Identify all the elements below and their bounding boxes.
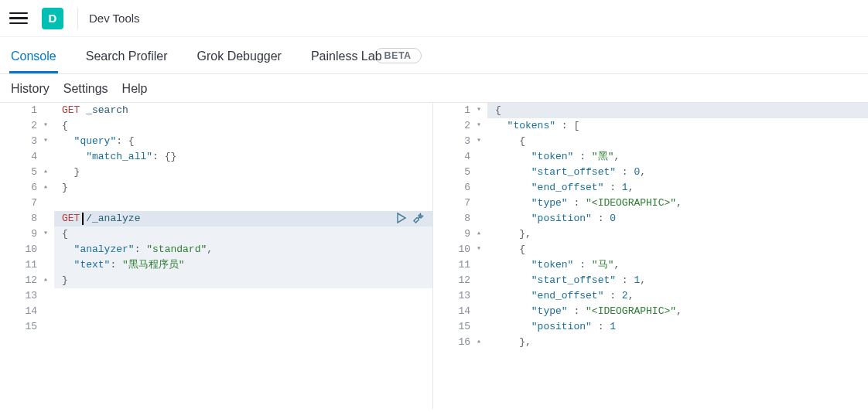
app-window: D Dev Tools Console Search Profiler Grok… xyxy=(0,0,868,412)
subnav-settings[interactable]: Settings xyxy=(63,82,108,96)
space-avatar[interactable]: D xyxy=(42,8,63,29)
code-area[interactable]: GET _search{ "query": { "match_all": {} … xyxy=(62,103,432,409)
line-gutter: 1▾2▾3▾456789▴10▾111213141516▴ xyxy=(433,103,487,409)
subnav-history[interactable]: History xyxy=(11,82,50,96)
line-actions xyxy=(395,211,425,226)
text-cursor xyxy=(82,213,84,225)
editor-panes: 12▾3▾45▴6▴789▾101112▴131415 GET _search{… xyxy=(0,102,868,409)
console-subnav: History Settings Help xyxy=(0,74,868,102)
code-area[interactable]: { "tokens" : [ { "token" : "黑", "start_o… xyxy=(495,103,868,409)
tab-grok-debugger[interactable]: Grok Debugger xyxy=(197,39,282,73)
breadcrumb[interactable]: Dev Tools xyxy=(89,12,140,25)
header-bar: D Dev Tools xyxy=(0,0,868,37)
line-gutter: 12▾3▾45▴6▴789▾101112▴131415 xyxy=(0,103,54,409)
request-editor[interactable]: 12▾3▾45▴6▴789▾101112▴131415 GET _search{… xyxy=(0,103,433,409)
tabs-bar: Console Search Profiler Grok Debugger Pa… xyxy=(0,37,868,74)
subnav-help[interactable]: Help xyxy=(122,82,148,96)
run-icon[interactable] xyxy=(395,212,408,226)
response-viewer[interactable]: 1▾2▾3▾456789▴10▾111213141516▴ { "tokens"… xyxy=(433,103,868,409)
wrench-icon[interactable] xyxy=(412,212,425,226)
tab-console[interactable]: Console xyxy=(11,39,56,73)
divider xyxy=(77,8,78,29)
tab-painless-lab[interactable]: Painless Lab xyxy=(311,39,382,73)
tab-search-profiler[interactable]: Search Profiler xyxy=(86,39,168,73)
menu-icon[interactable] xyxy=(9,9,28,28)
svg-marker-0 xyxy=(398,213,405,223)
